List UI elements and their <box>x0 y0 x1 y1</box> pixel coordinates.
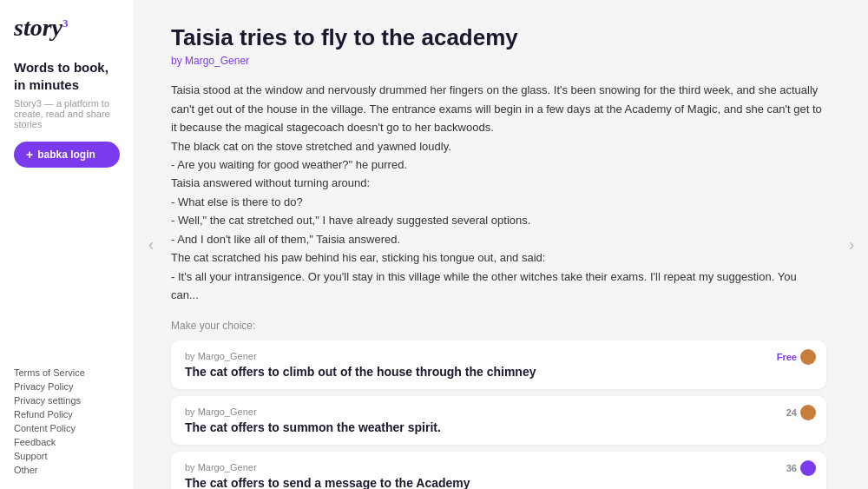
choice-card-1[interactable]: by Margo_Gener The cat offers to summon … <box>171 396 826 445</box>
main-area: ‹ Taisia tries to fly to the academy by … <box>135 0 868 489</box>
privacy-policy-link[interactable]: Privacy Policy <box>14 381 120 392</box>
choice-text-0: The cat offers to climb out of the house… <box>185 365 812 379</box>
logo-area: story3 <box>14 16 120 40</box>
author-prefix: by <box>171 55 182 67</box>
support-link[interactable]: Support <box>14 451 120 461</box>
badge-avatar <box>800 405 816 420</box>
choice-card-0[interactable]: by Margo_Gener The cat offers to climb o… <box>171 340 826 389</box>
sidebar: story3 Words to book, in minutes Story3 … <box>0 0 135 489</box>
tagline-sub: Story3 — a platform to create, read and … <box>14 98 120 129</box>
badge-count-label: 36 <box>786 463 797 473</box>
choice-badge-1: 24 <box>786 405 816 420</box>
terms-of-service-link[interactable]: Terms of Service <box>14 367 120 378</box>
feedback-link[interactable]: Feedback <box>14 437 120 447</box>
logo: story3 <box>14 16 69 40</box>
logo-sup: 3 <box>62 17 69 30</box>
choice-text-1: The cat offers to summon the weather spi… <box>185 420 812 434</box>
badge-avatar <box>800 460 816 476</box>
logo-main-text: story <box>14 14 62 41</box>
story-body: Taisia stood at the window and nervously… <box>171 81 826 304</box>
author-name: Margo_Gener <box>185 55 249 67</box>
story-title: Taisia tries to fly to the academy <box>171 24 826 51</box>
make-choice-label: Make your choice: <box>171 320 826 332</box>
prev-arrow-button[interactable]: ‹ <box>135 0 168 489</box>
next-arrow-button[interactable]: › <box>835 0 868 489</box>
badge-avatar <box>800 349 816 365</box>
badge-free-label: Free <box>777 352 797 362</box>
content-area: Taisia tries to fly to the academy by Ma… <box>168 0 835 489</box>
choice-author-1: by Margo_Gener <box>185 406 812 417</box>
story-author: by Margo_Gener <box>171 55 826 67</box>
other-link[interactable]: Other <box>14 465 120 475</box>
privacy-settings-link[interactable]: Privacy settings <box>14 395 120 406</box>
refund-policy-link[interactable]: Refund Policy <box>14 409 120 420</box>
sidebar-footer: Terms of Service Privacy Policy Privacy … <box>14 367 120 475</box>
choice-author-2: by Margo_Gener <box>185 462 812 472</box>
tagline: Words to book, in minutes <box>14 59 120 93</box>
badge-count-label: 24 <box>786 407 797 418</box>
content-policy-link[interactable]: Content Policy <box>14 423 120 433</box>
choice-badge-0: Free <box>777 349 816 365</box>
choice-text-2: The cat offers to send a message to the … <box>185 476 812 489</box>
choices-container: by Margo_Gener The cat offers to climb o… <box>171 340 826 489</box>
choice-author-0: by Margo_Gener <box>185 351 812 361</box>
choice-card-2[interactable]: by Margo_Gener The cat offers to send a … <box>171 452 826 489</box>
choice-badge-2: 36 <box>786 460 816 476</box>
babka-login-button[interactable]: babka login <box>14 142 120 168</box>
